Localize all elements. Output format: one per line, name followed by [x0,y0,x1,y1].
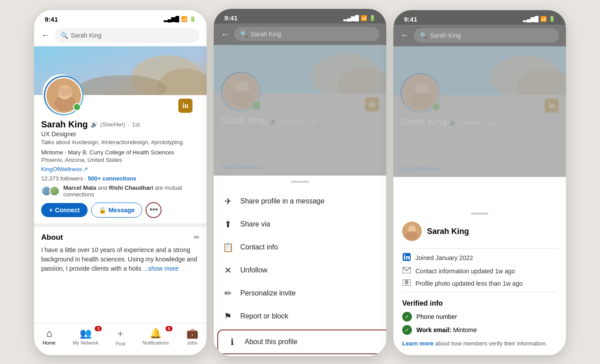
connection-degree-1: 1st [132,121,140,128]
connect-button-1[interactable]: + Connect [41,203,88,217]
post-icon: ＋ [115,327,125,340]
svg-rect-31 [405,280,408,281]
signal-icon: ▂▄▆█ [164,16,179,22]
status-icons-3: ▂▄▆█ 📶 🔋 [523,16,555,22]
verified-title: Verified info [402,299,557,307]
about-header-1: About ✏ [41,233,200,242]
ellipsis-icon: ••• [150,205,158,215]
bell-icon: 🔔 [150,328,162,339]
connect-icon: + [49,207,53,214]
nav-jobs-1[interactable]: 💼 Jobs [186,328,198,345]
time-2: 9:41 [224,14,238,22]
back-button-1[interactable]: ← [41,30,50,40]
name-row-1: Sarah King 🔊 (She/Her) · 1st [41,119,200,130]
panel-header: Sarah King [402,222,557,241]
svg-point-26 [404,254,405,256]
nav-home-1[interactable]: ⌂ Home [42,328,55,345]
show-more-1[interactable]: ...show more [143,265,178,272]
about-title-1: About [41,233,63,242]
search-bar-2: ← 🔍 Sarah King [214,23,386,45]
nav-notifications-badge: 5 [165,326,173,331]
avatar-wrap-1 [41,73,81,113]
panel-photo-updated: Profile photo updated less than 1w ago [402,280,557,287]
dimmed-profile-3: in Sarah King 🔊 (She/Her) · 1st UX Desig… [393,46,566,177]
unfollow-icon: ✕ [223,265,233,276]
wifi-icon-3: 📶 [540,16,547,22]
sound-icon-1: 🔊 [91,121,98,128]
svg-point-23 [406,231,418,240]
followers-row-1: 12,373 followers · 500+ connections [41,175,200,182]
profile-tags-1: Talks about #uxdesign, #interactiondesig… [41,138,200,146]
battery-icon: 🔋 [189,16,196,22]
profile-section-1: in Sarah King 🔊 (She/Her) · 1st UX Desig… [34,95,207,223]
svg-rect-25 [404,256,405,260]
profile-company-1: Mintome · Mary B. Curry College of Healt… [41,149,200,156]
sheet-item-share-via[interactable]: ⬆ Share via [214,213,386,236]
share-via-icon: ⬆ [223,219,233,230]
pronouns-1: (She/Her) [100,121,125,128]
time-1: 9:41 [45,15,58,23]
back-button-3[interactable]: ← [400,30,409,40]
panel-contact-updated: Contact information updated 1w ago [402,267,557,275]
mutual-row-1: Marcel Mata and Rishi Chaudhari are mutu… [41,184,200,198]
external-link-icon: ↗ [83,166,88,172]
search-bar-3: ← 🔍 Sarah King [393,25,566,46]
phone-3: 9:41 ▂▄▆█ 📶 🔋 ← 🔍 Sarah King [393,10,566,355]
mutual-avatar-2 [49,186,60,196]
about-section-1: About ✏ I have a little over 10 years of… [34,223,207,278]
more-button-1[interactable]: ••• [146,202,162,218]
bottom-sheet-2: ✈ Share profile in a message ⬆ Share via… [214,176,386,356]
battery-icon-2: 🔋 [369,15,376,21]
share-message-icon: ✈ [223,196,233,207]
battery-icon-3: 🔋 [549,16,555,22]
verified-check-phone: ✓ [402,312,412,322]
verified-phone: ✓ Phone number [402,312,557,322]
divider-panel-2 [402,292,557,292]
search-input-2[interactable]: 🔍 Sarah King [234,27,379,41]
svg-point-14 [231,91,253,107]
nav-post-1[interactable]: ＋ Post [115,327,125,346]
svg-point-30 [406,282,407,283]
learn-more-link[interactable]: Learn more [402,340,434,347]
phone-2: 9:41 ▂▄▆█ 📶 🔋 ← 🔍 Sarah King [214,9,386,356]
report-icon: ⚑ [223,311,233,322]
wifi-icon: 📶 [181,16,188,22]
search-icon-2: 🔍 [240,31,248,38]
verified-check-email: ✓ [402,325,412,335]
mutual-text-1: Marcel Mata and Rishi Chaudhari are mutu… [63,184,200,198]
photo-icon-panel [402,280,411,287]
connections-link-1[interactable]: 500+ connections [88,175,136,182]
contact-info-icon: 📋 [223,242,233,253]
home-icon: ⌂ [46,328,52,339]
sheet-item-unfollow[interactable]: ✕ Unfollow [214,259,386,282]
panel-name: Sarah King [427,227,469,236]
sheet-item-report[interactable]: ⚑ Report or block [214,305,386,328]
signal-icon-2: ▂▄▆█ [343,15,359,21]
bottom-nav-1: ⌂ Home 👥 2 My Network ＋ Post 🔔 5 Notific… [34,323,207,355]
sheet-item-share-message[interactable]: ✈ Share profile in a message [214,190,386,213]
learn-more-text: Learn more about how members verify thei… [402,339,557,348]
linkedin-icon-panel [402,253,411,263]
sheet-item-contact-info[interactable]: 📋 Contact info [214,236,386,259]
edit-icon-1[interactable]: ✏ [194,233,200,241]
svg-point-8 [57,87,73,96]
signal-icon-3: ▂▄▆█ [523,16,538,22]
profile-title-1: UX Designer [41,130,200,138]
verified-email: ✓ Work email: Mintome [402,325,557,335]
back-button-2[interactable]: ← [221,29,230,39]
panel-joined: Joined January 2022 [402,253,557,263]
sheet-item-about-profile[interactable]: ℹ About this profile [217,330,386,354]
profile-link-1[interactable]: KingOfWellness ↗ [41,166,200,172]
search-input-1[interactable]: 🔍 Sarah King [54,28,200,42]
time-3: 9:41 [404,15,417,23]
network-icon: 👥 [80,328,92,339]
nav-notifications-1[interactable]: 🔔 5 Notifications [142,328,169,345]
search-input-3[interactable]: 🔍 Sarah King [414,28,559,42]
message-button-1[interactable]: 🔒 Message [91,203,142,218]
degree-1: · [128,121,130,128]
phone-1: 9:41 ▂▄▆█ 📶 🔋 ← 🔍 Sarah King [34,10,207,355]
envelope-icon-panel [402,267,411,275]
nav-network-1[interactable]: 👥 2 My Network [73,328,98,345]
linkedin-badge-1: in [178,99,192,113]
sheet-item-personalize[interactable]: ✏ Personalize invite [214,282,386,305]
